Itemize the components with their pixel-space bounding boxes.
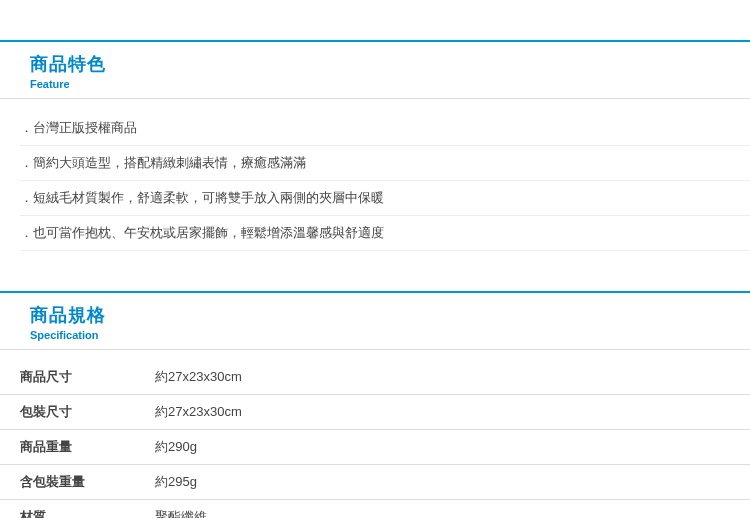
feature-list: 台灣正版授權商品 簡約大頭造型，搭配精緻刺繡表情，療癒感滿滿 短絨毛材質製作，舒… [0, 99, 750, 251]
spec-row: 商品重量 約290g [0, 430, 750, 465]
spec-label: 包裝尺寸 [0, 395, 155, 430]
spec-value: 聚酯纖維 [155, 500, 750, 519]
spec-label: 材質 [0, 500, 155, 519]
feature-title-zh: 商品特色 [30, 52, 750, 76]
feature-section: 商品特色 Feature 台灣正版授權商品 簡約大頭造型，搭配精緻刺繡表情，療癒… [0, 40, 750, 251]
specification-title-zh: 商品規格 [30, 303, 750, 327]
spec-value: 約27x23x30cm [155, 395, 750, 430]
specification-section: 商品規格 Specification 商品尺寸 約27x23x30cm 包裝尺寸… [0, 291, 750, 518]
spec-row: 含包裝重量 約295g [0, 465, 750, 500]
spec-label: 商品尺寸 [0, 360, 155, 395]
specification-title-en: Specification [30, 329, 750, 341]
feature-item: 簡約大頭造型，搭配精緻刺繡表情，療癒感滿滿 [20, 146, 750, 181]
spec-row: 材質 聚酯纖維 [0, 500, 750, 519]
feature-item: 短絨毛材質製作，舒適柔軟，可將雙手放入兩側的夾層中保暖 [20, 181, 750, 216]
spec-row: 包裝尺寸 約27x23x30cm [0, 395, 750, 430]
spec-row: 商品尺寸 約27x23x30cm [0, 360, 750, 395]
spec-value: 約27x23x30cm [155, 360, 750, 395]
spec-value: 約295g [155, 465, 750, 500]
spec-label: 商品重量 [0, 430, 155, 465]
feature-header: 商品特色 Feature [0, 40, 750, 99]
specification-table: 商品尺寸 約27x23x30cm 包裝尺寸 約27x23x30cm 商品重量 約… [0, 360, 750, 518]
feature-title-en: Feature [30, 78, 750, 90]
feature-item: 也可當作抱枕、午安枕或居家擺飾，輕鬆增添溫馨感與舒適度 [20, 216, 750, 251]
feature-item: 台灣正版授權商品 [20, 111, 750, 146]
spec-label: 含包裝重量 [0, 465, 155, 500]
specification-header: 商品規格 Specification [0, 291, 750, 350]
spec-value: 約290g [155, 430, 750, 465]
